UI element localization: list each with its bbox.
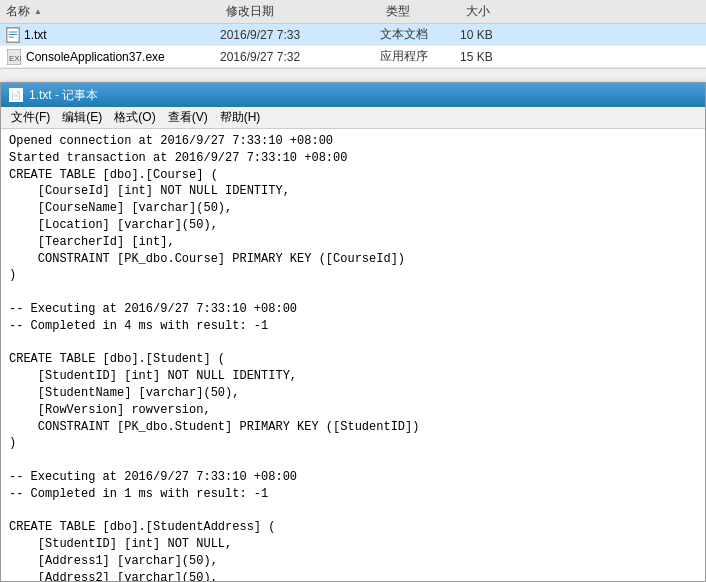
file-row[interactable]: 1.txt2016/9/27 7:33文本文档10 KB (0, 24, 706, 46)
sort-arrow-icon: ▲ (34, 7, 42, 16)
file-type-cell: 应用程序 (380, 48, 460, 65)
file-explorer-header: 名称 ▲ 修改日期 类型 大小 (0, 0, 706, 24)
file-size-cell: 10 KB (460, 28, 520, 42)
col-size-header[interactable]: 大小 (466, 3, 526, 20)
notepad-menubar: 文件(F)编辑(E)格式(O)查看(V)帮助(H) (1, 107, 705, 129)
menu-item[interactable]: 编辑(E) (56, 107, 108, 128)
file-name-text: 1.txt (24, 28, 47, 42)
menu-item[interactable]: 格式(O) (108, 107, 161, 128)
file-explorer: 名称 ▲ 修改日期 类型 大小 1.txt2016/9/27 7:33文本文档1… (0, 0, 706, 69)
svg-rect-2 (9, 34, 18, 35)
file-name-cell: EXEConsoleApplication37.exe (6, 49, 220, 65)
menu-item[interactable]: 帮助(H) (214, 107, 267, 128)
file-name-text: ConsoleApplication37.exe (26, 50, 165, 64)
file-name-cell: 1.txt (6, 27, 220, 43)
notepad-title-icon: 📄 (9, 88, 23, 102)
file-size-cell: 15 KB (460, 50, 520, 64)
col-type-header[interactable]: 类型 (386, 3, 466, 20)
svg-rect-1 (9, 31, 18, 32)
notepad-content[interactable]: Opened connection at 2016/9/27 7:33:10 +… (1, 129, 705, 581)
notepad-menus: 文件(F)编辑(E)格式(O)查看(V)帮助(H) (5, 107, 266, 128)
col-name-header[interactable]: 名称 ▲ (6, 3, 226, 20)
file-date-cell: 2016/9/27 7:33 (220, 28, 380, 42)
exe-file-icon: EXE (6, 49, 22, 65)
txt-file-icon (6, 27, 20, 43)
menu-item[interactable]: 文件(F) (5, 107, 56, 128)
notepad-title: 1.txt - 记事本 (29, 87, 98, 104)
svg-rect-3 (9, 36, 14, 37)
col-name-label: 名称 (6, 3, 30, 20)
svg-text:EXE: EXE (9, 54, 21, 63)
file-date-cell: 2016/9/27 7:32 (220, 50, 380, 64)
notepad-titlebar: 📄 1.txt - 记事本 (1, 83, 705, 107)
notepad-window: 📄 1.txt - 记事本 文件(F)编辑(E)格式(O)查看(V)帮助(H) … (0, 82, 706, 582)
file-row[interactable]: EXEConsoleApplication37.exe2016/9/27 7:3… (0, 46, 706, 68)
menu-item[interactable]: 查看(V) (162, 107, 214, 128)
col-date-header[interactable]: 修改日期 (226, 3, 386, 20)
file-type-cell: 文本文档 (380, 26, 460, 43)
file-rows-container: 1.txt2016/9/27 7:33文本文档10 KBEXEConsoleAp… (0, 24, 706, 68)
